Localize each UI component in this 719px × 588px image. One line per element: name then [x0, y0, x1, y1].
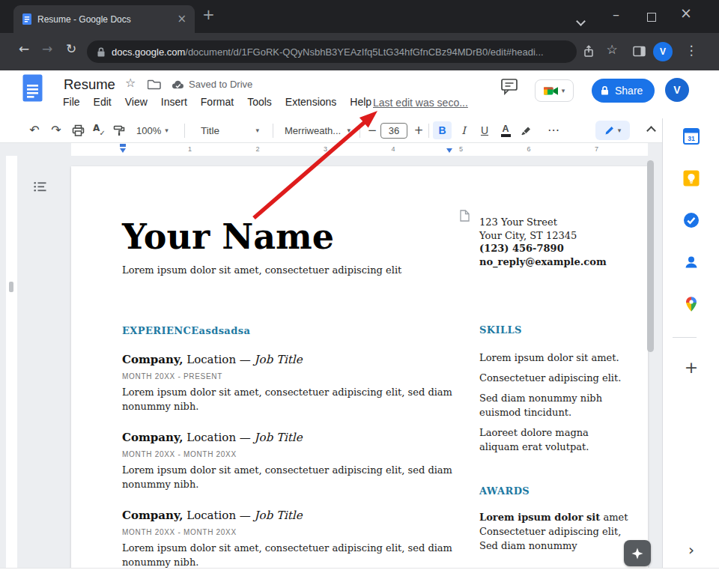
comment-history-icon[interactable] [500, 78, 518, 98]
document-page[interactable]: Your Name Lorem ipsum dolor sit amet, co… [71, 166, 648, 568]
menu-extensions[interactable]: Extensions [279, 94, 343, 110]
lock-icon [97, 47, 105, 57]
window-close-button[interactable]: × [680, 6, 692, 20]
saved-cloud-icon [171, 79, 185, 93]
font-family-select[interactable]: Merriweath... ▾ [279, 121, 355, 140]
left-indent-marker[interactable] [120, 148, 126, 153]
award-line: Lorem ipsum dolor sit amet [479, 510, 629, 524]
skills-heading: SKILLS [479, 324, 522, 336]
new-tab-button[interactable]: + [202, 7, 215, 22]
paint-format-icon[interactable] [109, 121, 129, 140]
bookmark-star-icon[interactable]: ☆ [602, 43, 622, 56]
job-description: Lorem ipsum dolor sit amet, consectetuer… [122, 463, 452, 491]
share-page-icon[interactable] [579, 45, 598, 61]
job-title-line: Company, Location — Job Title [122, 352, 452, 367]
docs-profile-avatar[interactable]: V [665, 78, 689, 102]
bottom-strip [0, 568, 719, 588]
vertical-scrollbar[interactable] [647, 160, 654, 352]
share-button[interactable]: Share [592, 79, 655, 103]
window-minimize-button[interactable]: – [613, 7, 619, 21]
tab-close-icon[interactable]: × [175, 13, 189, 25]
menu-edit[interactable]: Edit [87, 94, 118, 110]
explore-button[interactable] [624, 540, 651, 566]
menu-tools[interactable]: Tools [240, 94, 279, 110]
text-color-button[interactable]: A [496, 121, 515, 140]
font-size-input[interactable]: 36 [380, 123, 407, 139]
job-description: Lorem ipsum dolor sit amet, consectetuer… [122, 385, 452, 413]
saved-status[interactable]: Saved to Drive [189, 79, 252, 91]
docs-favicon [22, 13, 31, 25]
job-dates: MONTH 20XX - MONTH 20XX [122, 449, 452, 459]
menubar: File Edit View Insert Format Tools Exten… [56, 94, 378, 110]
font-caret-icon: ▾ [347, 127, 351, 134]
right-indent-marker[interactable] [446, 148, 452, 153]
forward-icon[interactable]: → [37, 43, 57, 55]
address-bar[interactable]: docs.google.com/document/d/1FGoRK-QQyNsb… [87, 40, 577, 63]
italic-button[interactable]: I [454, 121, 473, 140]
window-menu-chevron-icon[interactable] [577, 14, 584, 28]
pencil-icon [604, 125, 615, 136]
star-document-icon[interactable]: ☆ [125, 77, 136, 89]
increase-font-size-button[interactable]: + [409, 121, 428, 140]
undo-icon[interactable]: ↶ [25, 121, 44, 140]
bold-button[interactable]: B [433, 121, 452, 139]
get-addons-plus-icon[interactable]: + [676, 360, 706, 376]
browser-profile-avatar[interactable]: V [653, 42, 673, 61]
browser-tab[interactable]: Resume - Google Docs × [13, 5, 195, 33]
last-edit-link[interactable]: Last edit was seco... [373, 97, 468, 109]
join-meet-button[interactable]: ▾ [535, 79, 574, 102]
contact-email: no_reply@example.com [479, 255, 607, 269]
browser-menu-kebab-icon[interactable]: ⋮ [682, 44, 701, 57]
menu-format[interactable]: Format [194, 94, 240, 110]
page-indicator-icon [460, 210, 470, 225]
browser-toolbar: ← → ↻ docs.google.com/document/d/1FGoRK-… [0, 33, 719, 70]
skill-item: Lorem ipsum dolor sit amet. [479, 351, 622, 365]
calendar-icon[interactable]: 31 [676, 124, 706, 149]
toolbar-divider [273, 124, 273, 138]
tasks-icon[interactable] [676, 207, 706, 233]
awards-list: Lorem ipsum dolor sit amet Consectetuer … [479, 510, 629, 553]
side-panel-toggle-icon[interactable] [629, 46, 649, 61]
job-dates: MONTH 20XX - PRESENT [122, 372, 452, 381]
maps-icon[interactable] [676, 291, 706, 317]
menu-file[interactable]: File [56, 94, 87, 110]
keep-icon[interactable] [676, 166, 706, 191]
first-line-indent-marker[interactable] [120, 144, 126, 147]
meet-caret-icon: ▾ [562, 88, 565, 94]
text-color-bar [501, 134, 511, 137]
font-family-value: Merriweath... [285, 125, 341, 136]
skill-item: Laoreet dolore magnaaliquam erat volutpa… [479, 425, 622, 454]
hide-menus-chevron-icon[interactable] [641, 121, 661, 140]
decrease-font-size-button[interactable]: − [362, 121, 382, 140]
show-outline-icon[interactable] [31, 178, 48, 195]
side-panel-divider [673, 337, 697, 338]
job-entry: Company, Location — Job Title MONTH 20XX… [122, 430, 452, 491]
paragraph-style-select[interactable]: Title ▾ [189, 121, 267, 140]
url-domain: docs.google.com [112, 46, 185, 58]
zoom-select[interactable]: 100% ▾ [136, 121, 169, 140]
resume-tagline: Lorem ipsum dolor sit amet, consectetuer… [122, 264, 401, 276]
reload-icon[interactable]: ↻ [61, 43, 81, 55]
job-entry: Company, Location — Job Title MONTH 20XX… [122, 352, 452, 413]
redo-icon[interactable]: ↷ [46, 121, 66, 140]
menu-insert[interactable]: Insert [154, 94, 194, 110]
underline-button[interactable]: U [475, 121, 494, 140]
job-description: Lorem ipsum dolor sit amet, consectetuer… [122, 541, 452, 568]
skill-item: Consectetuer adipiscing elit. [479, 371, 622, 385]
print-icon[interactable] [68, 121, 88, 140]
more-toolbar-icon[interactable]: ⋯ [544, 121, 563, 140]
experience-heading: EXPERIENCEasdsadsa [122, 325, 250, 336]
window-maximize-button[interactable] [647, 13, 656, 22]
contacts-icon[interactable] [676, 249, 706, 275]
spellcheck-icon[interactable]: A ✓ [89, 121, 109, 140]
menu-view[interactable]: View [118, 94, 154, 110]
contact-phone: (123) 456-7890 [479, 242, 607, 255]
back-icon[interactable]: ← [14, 43, 34, 55]
docs-logo[interactable] [22, 74, 43, 102]
collapse-panel-chevron-icon[interactable]: › [676, 542, 706, 557]
document-title[interactable]: Resume [64, 76, 115, 94]
move-folder-icon[interactable] [148, 79, 161, 93]
vertical-ruler-marker [9, 282, 13, 292]
editing-mode-button[interactable]: ▾ [595, 121, 630, 140]
highlight-color-icon[interactable] [517, 121, 536, 140]
